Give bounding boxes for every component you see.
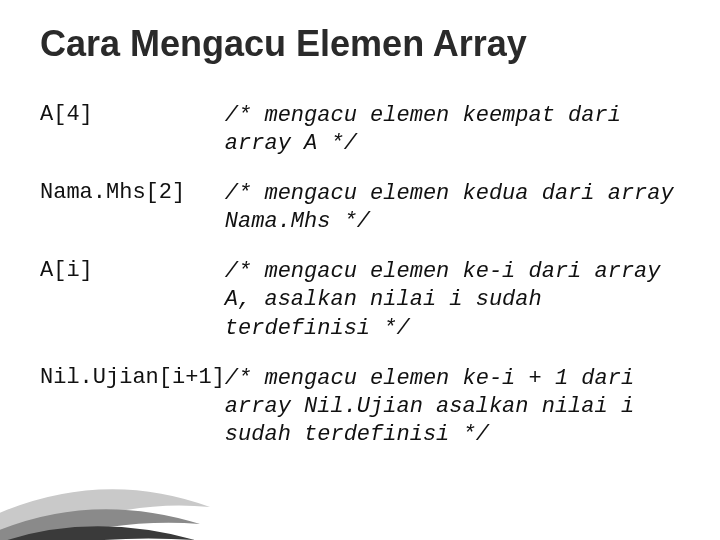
table-row: A[4] /* mengacu elemen keempat dari arra… — [40, 94, 680, 172]
table-row: Nil.Ujian[i+1] /* mengacu elemen ke-i + … — [40, 357, 680, 463]
slide: Cara Mengacu Elemen Array A[4] /* mengac… — [0, 0, 720, 540]
description-cell: /* mengacu elemen keempat dari array A *… — [225, 94, 680, 172]
description-cell: /* mengacu elemen kedua dari array Nama.… — [225, 172, 680, 250]
description-cell: /* mengacu elemen ke-i + 1 dari array Ni… — [225, 357, 680, 463]
decorative-swoosh-icon — [0, 462, 210, 540]
expression-cell: Nil.Ujian[i+1] — [40, 357, 225, 463]
expression-cell: A[4] — [40, 94, 225, 172]
slide-title: Cara Mengacu Elemen Array — [40, 24, 680, 64]
expression-cell: A[i] — [40, 250, 225, 356]
expression-cell: Nama.Mhs[2] — [40, 172, 225, 250]
table-row: A[i] /* mengacu elemen ke-i dari array A… — [40, 250, 680, 356]
table-row: Nama.Mhs[2] /* mengacu elemen kedua dari… — [40, 172, 680, 250]
examples-table: A[4] /* mengacu elemen keempat dari arra… — [40, 94, 680, 464]
description-cell: /* mengacu elemen ke-i dari array A, asa… — [225, 250, 680, 356]
